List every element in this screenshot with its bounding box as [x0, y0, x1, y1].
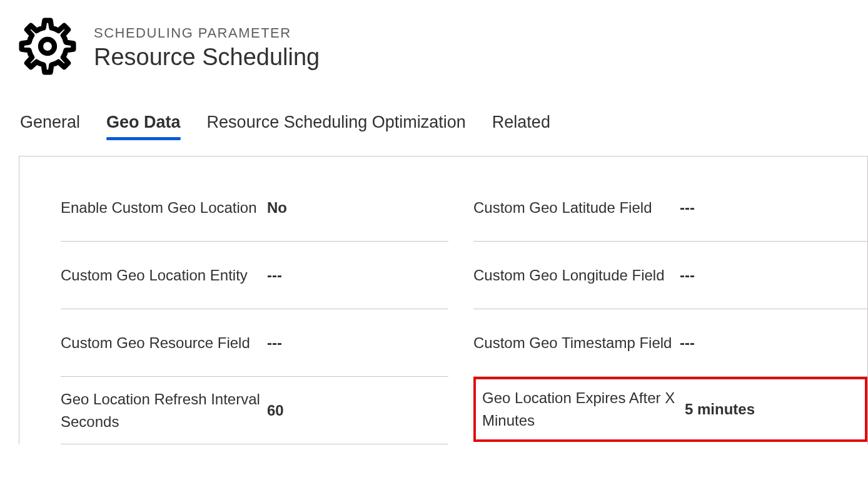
field-label: Custom Geo Resource Field [61, 332, 267, 354]
field-custom-geo-resource-field[interactable]: Custom Geo Resource Field --- [61, 309, 448, 377]
form-columns: Enable Custom Geo Location No Custom Geo… [19, 174, 867, 444]
field-enable-custom-geo-location[interactable]: Enable Custom Geo Location No [61, 174, 448, 242]
field-custom-geo-location-entity[interactable]: Custom Geo Location Entity --- [61, 242, 448, 309]
field-label: Custom Geo Latitude Field [473, 197, 680, 219]
field-custom-geo-latitude-field[interactable]: Custom Geo Latitude Field --- [473, 174, 867, 242]
field-label: Geo Location Refresh Interval Seconds [61, 388, 267, 433]
page-header: SCHEDULING PARAMETER Resource Scheduling [19, 18, 868, 78]
field-label: Geo Location Expires After X Minutes [482, 387, 685, 432]
tab-rso[interactable]: Resource Scheduling Optimization [207, 113, 466, 137]
header-text: SCHEDULING PARAMETER Resource Scheduling [94, 25, 320, 71]
field-label: Custom Geo Timestamp Field [473, 332, 680, 354]
column-right: Custom Geo Latitude Field --- Custom Geo… [473, 174, 867, 444]
field-label: Custom Geo Location Entity [61, 264, 267, 287]
gear-icon [19, 18, 76, 78]
tab-general[interactable]: General [20, 113, 80, 137]
field-value: No [267, 199, 287, 217]
tab-geo-data[interactable]: Geo Data [106, 113, 181, 137]
field-value: --- [680, 267, 695, 284]
entity-type-label: SCHEDULING PARAMETER [94, 25, 320, 41]
field-label: Custom Geo Longitude Field [473, 264, 680, 287]
form-panel: Enable Custom Geo Location No Custom Geo… [19, 156, 868, 444]
tab-bar: General Geo Data Resource Scheduling Opt… [19, 113, 868, 137]
field-value: --- [267, 267, 282, 284]
page-title: Resource Scheduling [94, 44, 320, 71]
field-geo-location-expires[interactable]: Geo Location Expires After X Minutes 5 m… [473, 377, 867, 442]
field-value: 5 minutes [685, 401, 755, 418]
tab-related[interactable]: Related [492, 113, 550, 137]
field-custom-geo-longitude-field[interactable]: Custom Geo Longitude Field --- [473, 242, 867, 309]
field-value: --- [680, 334, 695, 352]
field-value: --- [267, 334, 282, 352]
column-left: Enable Custom Geo Location No Custom Geo… [61, 174, 448, 444]
field-value: 60 [267, 402, 284, 419]
field-custom-geo-timestamp-field[interactable]: Custom Geo Timestamp Field --- [473, 309, 867, 377]
svg-point-0 [41, 39, 54, 53]
field-label: Enable Custom Geo Location [61, 197, 267, 219]
field-geo-location-refresh-interval[interactable]: Geo Location Refresh Interval Seconds 60 [61, 377, 448, 444]
field-value: --- [680, 199, 695, 217]
